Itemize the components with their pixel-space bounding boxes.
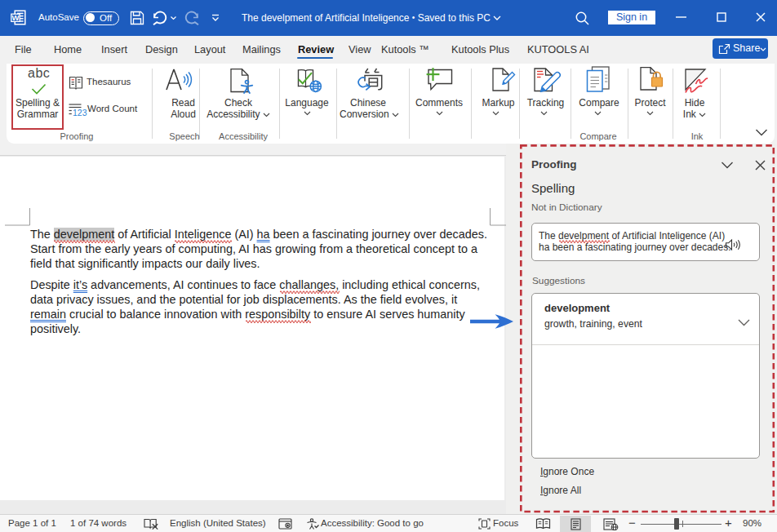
svg-text:W: W <box>12 13 20 22</box>
